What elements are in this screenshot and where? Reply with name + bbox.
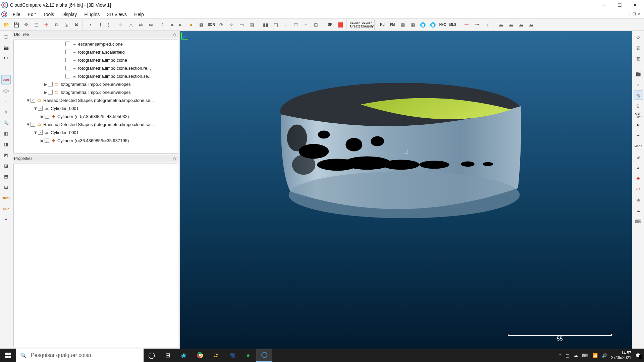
tree-item[interactable]: ▼✓🗀Ransac Detected Shapes (fotogrametria…	[14, 120, 178, 128]
kd-button[interactable]: Kd	[378, 20, 387, 29]
edge-icon[interactable]: ◉	[176, 349, 192, 362]
tree-twisty-icon[interactable]: ▼	[33, 106, 38, 111]
crop-icon[interactable]: ⬚	[291, 20, 301, 29]
grid2-icon[interactable]: ⊞	[311, 20, 321, 29]
menu-file[interactable]: File	[9, 11, 24, 18]
mdi-restore-icon[interactable]: ❐	[633, 12, 636, 16]
undock-icon[interactable]: ◇	[172, 156, 177, 161]
mdi-close-icon[interactable]: ×	[638, 12, 640, 16]
m3c2-icon[interactable]: ⊚	[634, 152, 643, 162]
move-icon[interactable]: ✥	[1, 107, 11, 117]
normal-icon[interactable]: ↟	[96, 20, 105, 29]
tree-item[interactable]: ▶✓◆Cylinder (r=36.436985/h=35.937195)	[14, 136, 178, 144]
tree-item[interactable]: ▶✓◆Cylinder (r=57.856396/h=43.595032)	[14, 112, 178, 120]
system-tray[interactable]: ˄ ▢ ☁ ⌨ 📶 🔊 14:57 27/05/2021 💬3	[556, 351, 644, 360]
n-button[interactable]: N	[634, 120, 643, 129]
tree-item[interactable]: ☁fotogrametria.limpo.clone	[14, 56, 178, 64]
list-icon[interactable]: ☰	[32, 20, 41, 29]
iso5-icon[interactable]: ⬒	[1, 172, 11, 181]
fit-icon[interactable]: ✧	[227, 20, 236, 29]
taskbar-search[interactable]: 🔍 Pesquisar qualquer coisa	[16, 349, 144, 362]
tree-item[interactable]: ▼✓☁Cylinder_0001	[14, 104, 178, 112]
tree-item[interactable]: ☁fotogrametria.scalarfield	[14, 48, 178, 56]
tree-item[interactable]: ☁fotogrametria.limpo.clone.section.re...	[14, 64, 178, 72]
menu-help[interactable]: Help	[131, 11, 147, 18]
notifications-icon[interactable]: 💬3	[635, 353, 641, 358]
tree-item[interactable]: ☁fotogrametria.limpo.clone.section.se...	[14, 72, 178, 80]
camera2-icon[interactable]: 📷	[1, 43, 11, 52]
tree-twisty-icon[interactable]: ▶	[43, 90, 48, 95]
spotify-icon[interactable]: ●	[240, 349, 256, 362]
mdi-minimize-icon[interactable]: −	[628, 12, 630, 16]
hpr-icon[interactable]: ✦	[634, 131, 643, 140]
color-icon[interactable]: 🟥	[335, 20, 345, 29]
anim-icon[interactable]: 🎬	[634, 69, 643, 78]
globe2-icon[interactable]: 🌐	[428, 20, 437, 29]
tree-checkbox[interactable]: ✓	[38, 106, 43, 111]
ransac-icon[interactable]: ✺	[634, 174, 643, 183]
register-icon[interactable]: ⇆	[146, 20, 156, 29]
menu-plugins[interactable]: Plugins	[81, 11, 103, 18]
start-button[interactable]	[0, 349, 16, 362]
canupo-classify-button[interactable]: CANUPOClassify	[362, 20, 373, 29]
delete-icon[interactable]: ✖	[72, 20, 81, 29]
tree-checkbox[interactable]: ✓	[45, 138, 49, 143]
menu-display[interactable]: Display	[58, 11, 80, 18]
sbf2-icon[interactable]: ▦	[408, 20, 417, 29]
tree-twisty-icon[interactable]: ▶	[40, 138, 45, 143]
sample-icon[interactable]: ⁘	[116, 20, 125, 29]
zoom-icon[interactable]: 🔍	[1, 118, 11, 127]
cloud2-icon[interactable]: ☁	[634, 206, 643, 215]
curve-icon[interactable]: 〰	[462, 20, 472, 29]
octree-icon[interactable]: ⋮⋮	[106, 20, 115, 29]
mesh3-icon[interactable]: ⛰	[517, 20, 526, 29]
tree-checkbox[interactable]	[48, 90, 53, 95]
compass-icon[interactable]: ◎	[634, 90, 643, 100]
auto-button[interactable]: auto	[1, 75, 11, 84]
mls-button[interactable]: MLS	[448, 20, 458, 29]
label-icon[interactable]: ●	[186, 20, 196, 29]
menu-tools[interactable]: Tools	[40, 11, 58, 18]
subsample-icon[interactable]: ⸬	[156, 20, 166, 29]
merge-icon[interactable]: ⇲	[62, 20, 71, 29]
tree-twisty-icon[interactable]: ▼	[26, 98, 31, 103]
front-button[interactable]: FRONT	[1, 193, 11, 202]
tree-checkbox[interactable]: ✓	[38, 130, 43, 135]
ortho-icon[interactable]: ▫	[1, 97, 11, 106]
filter-icon[interactable]: ▦	[197, 20, 206, 29]
save-icon[interactable]: 💾	[11, 20, 21, 29]
sor-button[interactable]: SOR	[207, 20, 216, 29]
delaunay-icon[interactable]: △	[126, 20, 136, 29]
iso2-icon[interactable]: ◨	[1, 139, 11, 149]
sound-icon[interactable]: 🔊	[602, 353, 607, 358]
sf-button[interactable]: SF	[325, 20, 335, 29]
sra-icon[interactable]: ⋒	[634, 195, 643, 204]
undock-icon[interactable]: ◇	[172, 32, 177, 37]
stat-icon[interactable]: ⟳	[217, 20, 226, 29]
tree-item[interactable]: ▼✓☁Cylinder_0001	[14, 128, 178, 136]
menu-edit[interactable]: Edit	[24, 11, 39, 18]
cortana-icon[interactable]: ◯	[144, 349, 160, 362]
word-icon[interactable]: ▦	[224, 349, 240, 362]
tree-checkbox[interactable]: ✓	[31, 122, 35, 127]
crosshair-icon[interactable]: ✛	[42, 20, 51, 29]
minimize-button[interactable]: ─	[596, 0, 612, 10]
msc-button[interactable]: MSC2	[634, 141, 643, 151]
menu-3d-views[interactable]: 3D Views	[104, 11, 130, 18]
histogram-icon[interactable]: ▮▮	[261, 20, 270, 29]
taskview-icon[interactable]: ⊟	[160, 349, 176, 362]
globe-icon[interactable]: 🌐	[418, 20, 427, 29]
broom-icon[interactable]: ⟋	[634, 80, 643, 89]
dist2-icon[interactable]: ⇤	[176, 20, 186, 29]
center-icon[interactable]: ＋	[1, 64, 11, 74]
tree-checkbox[interactable]	[65, 50, 70, 54]
explorer-icon[interactable]: 🗂	[208, 349, 224, 362]
cloudcompare-taskbar-icon[interactable]	[256, 349, 272, 362]
camera-icon[interactable]: ◫	[271, 20, 280, 29]
onedrive-icon[interactable]: ▢	[566, 353, 570, 358]
lang-icon[interactable]: ⌨	[582, 353, 588, 358]
nc-button[interactable]: N+C	[438, 20, 447, 29]
tree-twisty-icon[interactable]: ▶	[40, 114, 45, 119]
tree-item[interactable]: ☁escaner.sampled.clone	[14, 40, 178, 48]
tree-checkbox[interactable]	[65, 74, 70, 78]
